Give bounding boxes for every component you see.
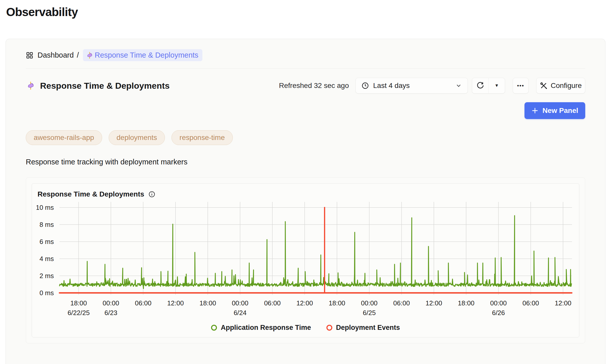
header-controls: Refreshed 32 sec ago Last 4 days — [279, 78, 585, 94]
tag-list: awesome-rails-app deployments response-t… — [26, 130, 585, 145]
time-range-select[interactable]: Last 4 days — [356, 78, 468, 94]
legend-deployment-events[interactable]: Deployment Events — [326, 324, 400, 332]
page-title: Observability — [6, 5, 611, 19]
panel-title-group: Response Time & Deployments — [26, 81, 170, 91]
breadcrumb: Dashboard / Response Time & Deployments — [26, 49, 585, 61]
tag-awesome-rails-app[interactable]: awesome-rails-app — [26, 130, 102, 145]
svg-text:6/23: 6/23 — [104, 309, 117, 317]
carousel-horse-icon — [85, 51, 94, 59]
red-circle-icon — [326, 325, 332, 331]
svg-text:06:00: 06:00 — [393, 299, 410, 307]
divider — [26, 68, 585, 69]
plus-icon — [531, 107, 539, 114]
refresh-dropdown-button[interactable]: ▼ — [488, 78, 505, 93]
svg-text:2 ms: 2 ms — [40, 272, 54, 280]
refresh-button-group: ▼ — [472, 78, 505, 94]
response-time-chart[interactable]: 0 ms2 ms4 ms6 ms8 ms10 ms18:006/22/2500:… — [36, 200, 575, 323]
caret-down-icon: ▼ — [495, 83, 499, 88]
breadcrumb-separator: / — [77, 51, 79, 59]
svg-text:18:00: 18:00 — [70, 299, 87, 307]
dashboard-grid-icon — [26, 51, 33, 59]
svg-text:18:00: 18:00 — [458, 299, 474, 307]
legend-label: Deployment Events — [336, 324, 400, 332]
svg-text:00:00: 00:00 — [232, 299, 248, 307]
chart-card: Response Time & Deployments 0 ms2 ms4 ms… — [32, 183, 579, 337]
tag-deployments[interactable]: deployments — [109, 130, 165, 145]
svg-text:06:00: 06:00 — [135, 299, 151, 307]
breadcrumb-current-label: Response Time & Deployments — [95, 51, 198, 59]
svg-text:6/24: 6/24 — [234, 309, 247, 317]
new-panel-row: New Panel — [26, 102, 585, 119]
panel-header: Response Time & Deployments Refreshed 32… — [26, 78, 585, 94]
svg-text:12:00: 12:00 — [296, 299, 313, 307]
svg-text:6 ms: 6 ms — [40, 238, 54, 245]
svg-text:18:00: 18:00 — [200, 299, 216, 307]
green-circle-icon — [211, 325, 217, 331]
refresh-button[interactable] — [472, 78, 488, 93]
svg-text:06:00: 06:00 — [522, 299, 539, 307]
carousel-horse-icon — [26, 81, 35, 90]
svg-text:06:00: 06:00 — [264, 299, 281, 307]
page-header-title: Response Time & Deployments — [40, 81, 170, 91]
new-panel-label: New Panel — [542, 107, 578, 115]
chart-legend: Application Response Time Deployment Eve… — [36, 324, 575, 332]
chart-title-row: Response Time & Deployments — [38, 190, 575, 198]
svg-text:18:00: 18:00 — [329, 299, 345, 307]
chart-title: Response Time & Deployments — [38, 190, 144, 198]
svg-text:0 ms: 0 ms — [40, 289, 54, 297]
svg-text:8 ms: 8 ms — [40, 221, 54, 228]
svg-text:12:00: 12:00 — [555, 299, 571, 307]
svg-text:6/25: 6/25 — [363, 309, 376, 317]
configure-button[interactable]: Configure — [536, 78, 585, 94]
configure-label: Configure — [551, 82, 582, 90]
refreshed-status: Refreshed 32 sec ago — [279, 82, 349, 90]
info-icon[interactable] — [148, 191, 155, 198]
svg-text:6/26: 6/26 — [492, 309, 505, 317]
breadcrumb-current-chip[interactable]: Response Time & Deployments — [83, 49, 202, 61]
new-panel-button[interactable]: New Panel — [524, 102, 585, 119]
svg-text:12:00: 12:00 — [425, 299, 442, 307]
dashboard-card: Dashboard / Response Time & Deployments — [6, 39, 605, 364]
legend-application-response-time[interactable]: Application Response Time — [211, 324, 311, 332]
svg-text:12:00: 12:00 — [167, 299, 184, 307]
refresh-icon — [476, 82, 484, 89]
time-range-value: Last 4 days — [373, 82, 410, 90]
svg-text:00:00: 00:00 — [103, 299, 119, 307]
tools-icon — [540, 82, 547, 89]
ellipsis-icon: ••• — [517, 83, 524, 89]
svg-text:00:00: 00:00 — [361, 299, 377, 307]
svg-text:6/22/25: 6/22/25 — [68, 309, 90, 317]
chart-outer-panel: Response Time & Deployments 0 ms2 ms4 ms… — [26, 177, 585, 343]
panel-description: Response time tracking with deployment m… — [26, 158, 585, 166]
svg-text:4 ms: 4 ms — [40, 255, 54, 263]
chevron-down-icon — [455, 82, 462, 89]
svg-text:00:00: 00:00 — [490, 299, 507, 307]
more-options-button[interactable]: ••• — [513, 78, 529, 94]
svg-text:10 ms: 10 ms — [36, 204, 54, 211]
tag-response-time[interactable]: response-time — [172, 130, 233, 145]
clock-icon — [361, 82, 369, 89]
breadcrumb-dashboard-link[interactable]: Dashboard — [38, 51, 74, 59]
legend-label: Application Response Time — [221, 324, 311, 332]
